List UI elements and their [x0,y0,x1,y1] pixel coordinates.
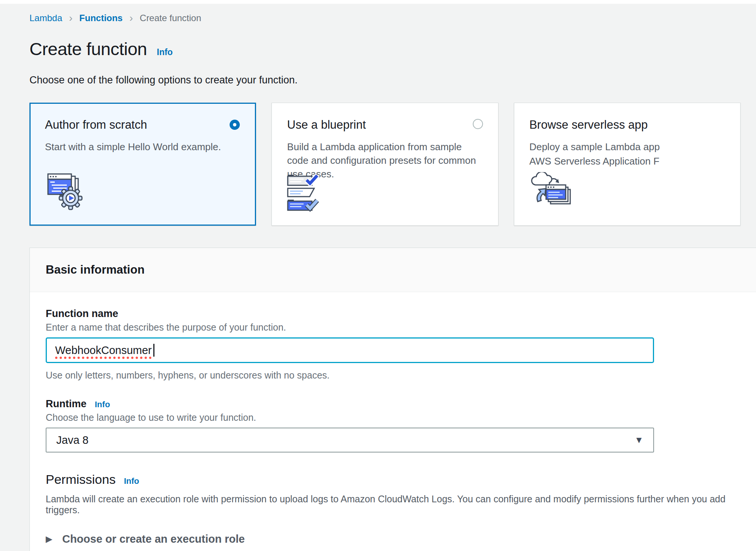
execution-role-expander[interactable]: ▶ Choose or create an execution role [46,533,754,545]
function-name-value: WebhookConsumer [55,344,152,357]
card-author-from-scratch[interactable]: Author from scratch Start with a simple … [29,103,256,226]
card-title: Author from scratch [45,118,241,132]
card-description-line2: AWS Serverless Application F [529,154,725,168]
breadcrumb: Lambda › Functions › Create function [29,13,756,23]
page-title: Create function [29,38,147,59]
panel-title: Basic information [46,263,145,276]
execution-role-expander-label: Choose or create an execution role [62,533,245,545]
breadcrumb-functions-link[interactable]: Functions [79,13,123,23]
blueprint-icon [287,174,329,213]
permissions-heading: Permissions [46,472,116,487]
runtime-select[interactable]: Java 8 ▼ [46,428,654,452]
card-title: Browse serverless app [529,118,725,132]
breadcrumb-chevron-icon: › [130,14,133,23]
page-title-info-link[interactable]: Info [157,47,173,57]
card-use-a-blueprint[interactable]: Use a blueprint Build a Lambda applicati… [272,103,498,226]
breadcrumb-chevron-icon: › [69,14,73,23]
text-caret [153,344,154,357]
author-from-scratch-icon [46,173,90,212]
page-subtitle: Choose one of the following options to c… [29,74,756,86]
function-name-description: Enter a name that describes the purpose … [46,322,754,333]
breadcrumb-lambda-link[interactable]: Lambda [29,13,62,23]
chevron-down-icon: ▼ [634,435,643,445]
serverless-app-icon [529,172,575,213]
card-title: Use a blueprint [287,118,483,132]
runtime-info-link[interactable]: Info [95,400,110,409]
expand-triangle-icon: ▶ [46,534,52,544]
runtime-label: Runtime [46,398,86,410]
function-name-input[interactable]: WebhookConsumer [46,337,654,363]
permissions-description: Lambda will create an execution role wit… [46,494,754,516]
function-name-label: Function name [46,308,754,320]
card-description: Start with a simple Hello World example. [45,140,241,154]
runtime-description: Choose the language to use to write your… [46,412,754,423]
top-strip [0,0,756,4]
creation-option-cards: Author from scratch Start with a simple … [29,103,756,226]
function-name-constraint: Use only letters, numbers, hyphens, or u… [46,370,754,381]
create-function-page: Lambda › Functions › Create function Cre… [0,0,756,551]
basic-information-panel: Basic information Function name Enter a … [29,248,756,551]
card-browse-serverless-app[interactable]: Browse serverless app Deploy a sample La… [514,103,741,226]
card-description-line1: Deploy a sample Lambda app [529,140,725,154]
basic-information-header: Basic information [30,248,756,292]
use-a-blueprint-radio[interactable] [473,119,483,129]
permissions-info-link[interactable]: Info [124,476,139,486]
runtime-selected-value: Java 8 [56,434,88,446]
breadcrumb-current: Create function [140,13,201,23]
